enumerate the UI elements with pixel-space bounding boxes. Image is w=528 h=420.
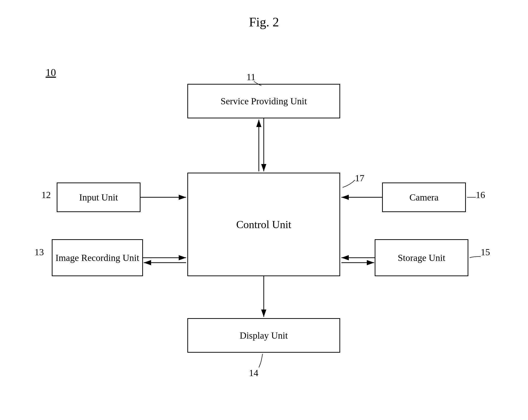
storage-unit-label: Storage Unit (398, 252, 445, 263)
ref-11: 11 (246, 72, 256, 82)
image-recording-unit-label: Image Recording Unit (55, 252, 139, 263)
ref-13: 13 (35, 247, 44, 257)
input-unit-box: Input Unit (57, 183, 141, 212)
camera-label: Camera (409, 192, 439, 203)
service-providing-unit-box: Service Providing Unit (187, 84, 340, 118)
diagram-label: 10 (46, 67, 56, 78)
control-unit-box: Control Unit (187, 173, 340, 276)
input-unit-label: Input Unit (79, 192, 118, 203)
storage-unit-box: Storage Unit (375, 239, 468, 276)
ref-16: 16 (476, 189, 485, 200)
ref-17: 17 (355, 173, 364, 183)
image-recording-unit-box: Image Recording Unit (52, 239, 143, 276)
display-unit-box: Display Unit (187, 318, 340, 353)
control-unit-label: Control Unit (236, 218, 291, 231)
ref-14: 14 (249, 367, 258, 378)
camera-box: Camera (382, 183, 466, 212)
figure-title: Fig. 2 (249, 15, 279, 29)
service-providing-unit-label: Service Providing Unit (221, 96, 307, 107)
display-unit-label: Display Unit (240, 330, 288, 341)
ref-12: 12 (41, 189, 51, 200)
ref-15: 15 (481, 247, 490, 257)
